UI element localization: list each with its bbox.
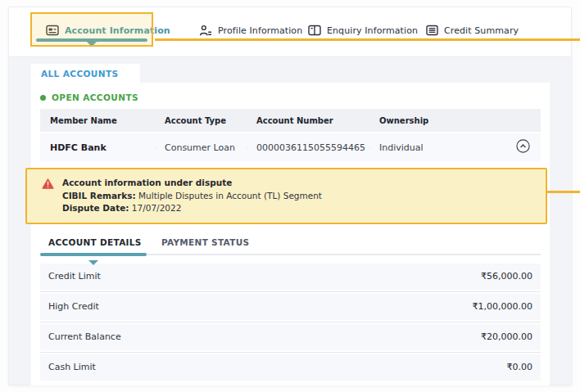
remarks-label: CIBIL Remarks:: [62, 191, 136, 201]
collapse-row-button[interactable]: [505, 139, 541, 155]
col-account-type: Account Type: [155, 116, 247, 125]
member-name-cell: HDFC Bank: [40, 142, 155, 153]
detail-row-high-credit: High Credit ₹1,00,000.00: [40, 294, 541, 320]
tab-profile-information[interactable]: Profile Information: [199, 25, 302, 37]
dispute-date: Dispute Date: 17/07/2022: [62, 202, 322, 215]
detail-active-pointer: [88, 260, 98, 265]
row-divider: [40, 291, 541, 292]
detail-label: Cash Limit: [48, 362, 96, 372]
tab-enquiry-information[interactable]: Enquiry Information: [308, 25, 418, 36]
green-dot-icon: [40, 95, 46, 101]
credit-summary-icon: [426, 25, 438, 36]
accounts-panel: OPEN ACCOUNTS Member Name Account Type A…: [31, 83, 550, 385]
account-type-cell: Consumer Loan: [155, 142, 247, 153]
detail-value: ₹1,00,000.00: [473, 301, 532, 312]
ownership-cell: Individual: [369, 142, 505, 153]
enquiry-information-icon: [308, 25, 321, 36]
tab-all-accounts[interactable]: ALL ACCOUNTS: [31, 64, 140, 83]
detail-value: ₹20,000.00: [481, 331, 532, 342]
warning-triangle-icon: [42, 177, 54, 215]
annotation-highlight-account-tab: [30, 12, 153, 47]
account-number-cell: 0000036115055594465: [247, 142, 369, 153]
date-text: 17/07/2022: [129, 203, 182, 213]
tab-credit-summary[interactable]: Credit Summary: [426, 25, 519, 36]
dispute-remarks: CIBIL Remarks: Multiple Disputes in Acco…: [62, 190, 322, 203]
annotation-callout-line-dispute: [546, 191, 580, 193]
col-account-number: Account Number: [247, 116, 369, 125]
account-information-section: ALL ACCOUNTS OPEN ACCOUNTS Member Name A…: [9, 56, 571, 385]
tab-account-details[interactable]: ACCOUNT DETAILS: [48, 237, 142, 247]
dispute-alert-box: Account information under dispute CIBIL …: [25, 168, 547, 224]
chevron-up-circle-icon: [516, 139, 530, 155]
tab-label: Enquiry Information: [327, 25, 418, 36]
table-row[interactable]: HDFC Bank Consumer Loan 0000036115055594…: [40, 132, 541, 161]
col-member-name: Member Name: [40, 116, 155, 125]
row-divider: [40, 352, 541, 353]
detail-label: High Credit: [48, 301, 99, 312]
account-details-list: Credit Limit ₹56,000.00 High Credit ₹1,0…: [40, 264, 541, 381]
detail-active-underline: [40, 253, 147, 256]
tab-label: Profile Information: [218, 25, 302, 36]
col-ownership: Ownership: [369, 116, 505, 125]
detail-row-credit-limit: Credit Limit ₹56,000.00: [40, 264, 541, 290]
table-header-row: Member Name Account Type Account Number …: [40, 109, 541, 132]
detail-label: Credit Limit: [48, 271, 101, 282]
detail-value: ₹56,000.00: [481, 271, 532, 282]
dispute-message: Account information under dispute CIBIL …: [62, 177, 322, 215]
accounts-table: Member Name Account Type Account Number …: [40, 109, 541, 161]
annotation-callout-line-tabs: [155, 38, 580, 41]
detail-label: Current Balance: [48, 331, 121, 342]
detail-row-current-balance: Current Balance ₹20,000.00: [40, 324, 541, 350]
open-accounts-label: OPEN ACCOUNTS: [52, 92, 138, 102]
profile-information-icon: [199, 25, 212, 37]
detail-row-cash-limit: Cash Limit ₹0.00: [40, 354, 541, 381]
detail-value: ₹0.00: [507, 362, 533, 372]
open-accounts-heading: OPEN ACCOUNTS: [31, 83, 550, 102]
date-label: Dispute Date:: [62, 203, 129, 213]
tab-payment-status[interactable]: PAYMENT STATUS: [161, 237, 249, 247]
all-accounts-label: ALL ACCOUNTS: [41, 69, 118, 79]
dispute-title: Account information under dispute: [62, 177, 322, 190]
credit-report-card: Account Information Profile Information: [8, 7, 572, 385]
row-divider: [40, 322, 541, 322]
remarks-text: Multiple Disputes in Account (TL) Segmen…: [136, 191, 322, 201]
detail-tab-bar: ACCOUNT DETAILS PAYMENT STATUS: [40, 234, 541, 255]
tab-label: Credit Summary: [444, 25, 519, 36]
